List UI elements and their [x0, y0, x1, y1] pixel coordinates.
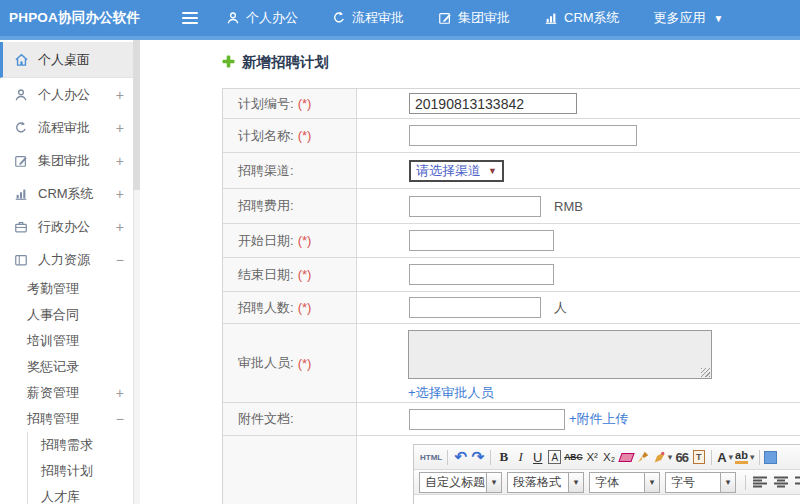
topmenu-crm-system[interactable]: CRM系统: [544, 9, 620, 27]
process-icon: [14, 121, 30, 135]
bold-button[interactable]: B: [495, 447, 512, 467]
expand-plus-icon[interactable]: +: [116, 219, 124, 235]
field-label: 计划编号: (*): [223, 89, 357, 118]
plan-name-input[interactable]: [409, 125, 637, 146]
chevron-down-icon: ▾: [721, 472, 736, 493]
sidebar-item-label: 薪资管理: [27, 384, 79, 402]
editor-label-cell: [223, 436, 357, 504]
expand-plus-icon[interactable]: +: [116, 120, 124, 136]
form-row-start-date: 开始日期: (*): [223, 224, 800, 258]
field-label: 审批人员: (*): [223, 324, 357, 402]
sidebar-item-attendance[interactable]: 考勤管理: [0, 276, 140, 302]
font-size-dropdown[interactable]: 字号 ▾: [665, 472, 736, 493]
topmenu-more-apps[interactable]: 更多应用 ▼: [654, 9, 724, 27]
sidebar-item-talent-pool[interactable]: 人才库: [28, 484, 140, 504]
source-html-button[interactable]: HTML: [419, 447, 443, 467]
sidebar-scrollbar[interactable]: [133, 40, 140, 504]
sidebar-item-label: 招聘计划: [41, 462, 93, 480]
expand-plus-icon[interactable]: +: [116, 186, 124, 202]
format-brush-icon[interactable]: [635, 447, 652, 467]
choose-approver-link[interactable]: +选择审批人员: [408, 384, 494, 402]
sidebar-item-personal-office[interactable]: 个人办公 +: [0, 78, 140, 111]
sidebar-item-recruit-plan[interactable]: 招聘计划: [28, 458, 140, 484]
plan-no-input[interactable]: [409, 93, 577, 114]
collapse-minus-icon[interactable]: −: [116, 252, 124, 268]
sidebar-item-hr[interactable]: 人力资源 −: [0, 243, 140, 276]
topmenu-workflow-approval[interactable]: 流程审批: [332, 9, 404, 27]
attachment-input[interactable]: [409, 409, 565, 430]
briefcase-icon: [14, 220, 30, 234]
start-date-input[interactable]: [409, 230, 554, 251]
sidebar-item-training[interactable]: 培训管理: [0, 328, 140, 354]
main-content: 新增招聘计划 计划编号: (*) 计划名称: (*): [140, 40, 800, 504]
autotypeset-button[interactable]: A: [548, 450, 561, 464]
form-row-editor: HTML ↶ ↷ B I U A ABC X²: [223, 436, 800, 504]
expand-plus-icon[interactable]: +: [116, 87, 124, 103]
approver-textarea[interactable]: [408, 330, 712, 379]
align-left-icon[interactable]: [753, 476, 768, 489]
chevron-down-icon: ▾: [569, 472, 584, 493]
underline-button[interactable]: U: [529, 447, 546, 467]
sidebar-item-label: 招聘需求: [41, 436, 93, 454]
top-menu: 个人办公 流程审批 集团审批 CRM系统 更多应用: [226, 9, 758, 27]
cost-input[interactable]: [409, 196, 541, 217]
redo-icon[interactable]: ↷: [469, 447, 486, 467]
sidebar-item-rewards[interactable]: 奖惩记录: [0, 354, 140, 380]
form-row-cost: 招聘费用: RMB: [223, 189, 800, 224]
chevron-down-icon: ▾: [487, 472, 502, 493]
sidebar-item-salary[interactable]: 薪资管理 +: [0, 380, 140, 406]
align-right-icon[interactable]: [795, 476, 800, 489]
form-row-plan-name: 计划名称: (*): [223, 119, 800, 153]
field-label: 结束日期: (*): [223, 258, 357, 291]
expand-plus-icon[interactable]: +: [116, 385, 124, 401]
chevron-down-icon: ▼: [714, 13, 724, 24]
sidebar-item-workflow-approval[interactable]: 流程审批 +: [0, 111, 140, 144]
editor-toolbar-row-1: HTML ↶ ↷ B I U A ABC X²: [414, 445, 800, 470]
insert-image-icon[interactable]: [764, 451, 777, 464]
topmenu-personal-office[interactable]: 个人办公: [226, 9, 298, 27]
sidebar-item-recruit-mgmt[interactable]: 招聘管理 −: [0, 406, 140, 432]
strikethrough-button[interactable]: ABC: [563, 447, 583, 467]
topmenu-group-approval[interactable]: 集团审批: [438, 9, 510, 27]
sidebar-recruit-submenu: 招聘需求 招聘计划 人才库: [27, 432, 140, 504]
resize-grip-icon[interactable]: [701, 368, 710, 377]
paste-clipboard-icon[interactable]: T: [693, 450, 705, 464]
sidebar-item-desktop[interactable]: 个人桌面: [0, 42, 140, 78]
field-label: 招聘费用:: [223, 189, 357, 223]
sidebar-item-hr-contract[interactable]: 人事合同: [0, 302, 140, 328]
expand-plus-icon[interactable]: +: [116, 153, 124, 169]
channel-select[interactable]: 请选择渠道 ▼: [409, 160, 504, 182]
headcount-input[interactable]: [409, 297, 541, 318]
subscript-button[interactable]: X₂: [601, 447, 618, 467]
editor-content-area[interactable]: [414, 495, 800, 504]
custom-title-dropdown[interactable]: 自定义标题 ▾: [419, 472, 502, 493]
blockquote-button[interactable]: 66: [673, 447, 690, 467]
align-center-icon[interactable]: [774, 476, 789, 489]
sidebar-item-group-approval[interactable]: 集团审批 +: [0, 144, 140, 177]
sidebar-item-label: 人事合同: [27, 306, 79, 324]
font-color-button[interactable]: A▾: [716, 447, 734, 467]
highlight-color-button[interactable]: ab▾: [734, 447, 755, 467]
sidebar-scrollbar-thumb[interactable]: [133, 40, 140, 190]
topmenu-label: 个人办公: [246, 9, 298, 27]
edit-icon: [438, 11, 452, 25]
format-eraser-icon[interactable]: [618, 453, 634, 462]
chart-icon: [14, 187, 30, 201]
attachment-upload-link[interactable]: +附件上传: [569, 410, 629, 428]
required-mark: (*): [298, 96, 312, 111]
color-pen-icon[interactable]: ▾: [652, 447, 674, 467]
paragraph-format-dropdown[interactable]: 段落格式 ▾: [507, 472, 584, 493]
sidebar-item-label: 个人桌面: [38, 51, 90, 69]
italic-button[interactable]: I: [512, 447, 529, 467]
sidebar-item-recruit-demand[interactable]: 招聘需求: [28, 432, 140, 458]
sidebar-item-label: 行政办公: [38, 218, 90, 236]
undo-icon[interactable]: ↶: [452, 447, 469, 467]
sidebar-item-label: 奖惩记录: [27, 358, 79, 376]
sidebar-item-admin-office[interactable]: 行政办公 +: [0, 210, 140, 243]
end-date-input[interactable]: [409, 264, 554, 285]
font-family-dropdown[interactable]: 字体 ▾: [589, 472, 660, 493]
sidebar-item-crm[interactable]: CRM系统 +: [0, 177, 140, 210]
collapse-minus-icon[interactable]: −: [116, 411, 124, 427]
superscript-button[interactable]: X²: [584, 447, 601, 467]
hamburger-menu-icon[interactable]: [182, 12, 198, 24]
